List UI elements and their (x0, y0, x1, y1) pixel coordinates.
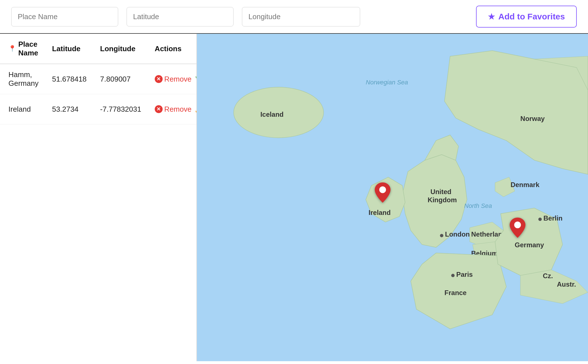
germany-label: Germany (515, 241, 544, 249)
remove-button-row-0[interactable]: ✕Remove (155, 75, 192, 84)
france-label: France (445, 289, 467, 296)
cell-place-name: Hamm, Germany (0, 64, 45, 94)
svg-point-5 (379, 187, 386, 193)
remove-label: Remove (164, 105, 192, 114)
norwegian-sea-label: Norwegian Sea (366, 79, 408, 86)
star-icon: ★ (488, 12, 495, 21)
map-section: Iceland Norway Denmark United Kingdom Ir… (197, 34, 588, 361)
uk-label2: Kingdom (428, 196, 457, 204)
cell-latitude: 51.678418 (45, 64, 93, 94)
map-container: Iceland Norway Denmark United Kingdom Ir… (197, 34, 588, 361)
cell-longitude: -7.77832031 (93, 94, 148, 124)
paris-label: Paris (456, 271, 473, 278)
add-to-favorites-button[interactable]: ★ Add to Favorites (476, 6, 577, 28)
col-header-place-name: 📍 Place Name (0, 34, 45, 64)
norway-label: Norway (520, 115, 545, 122)
places-table: 📍 Place Name Latitude Longitude Actions … (0, 34, 197, 124)
table-row: Ireland53.2734-7.77832031✕RemoveNot Visi… (0, 94, 197, 124)
add-to-favorites-label: Add to Favorites (498, 12, 565, 21)
table-header-row: 📍 Place Name Latitude Longitude Actions (0, 34, 197, 64)
col-header-latitude: Latitude (45, 34, 93, 64)
remove-x-icon: ✕ (155, 75, 163, 83)
berlin-label: Berlin (544, 214, 563, 222)
latitude-input[interactable] (127, 7, 234, 26)
main-content: 📍 Place Name Latitude Longitude Actions … (0, 34, 588, 361)
place-name-input[interactable] (11, 7, 118, 26)
ireland-map-label: Ireland (369, 209, 391, 216)
cell-latitude: 53.2734 (45, 94, 93, 124)
north-sea-label: North Sea (464, 202, 492, 209)
denmark-label: Denmark (511, 181, 540, 188)
col-header-actions: Actions (148, 34, 197, 64)
cell-longitude: 7.809007 (93, 64, 148, 94)
cell-actions: ✕RemoveVisited😊 (148, 64, 197, 94)
svg-point-6 (514, 221, 521, 228)
remove-label: Remove (164, 75, 192, 84)
svg-point-4 (451, 274, 455, 277)
london-label: London (445, 230, 470, 238)
cell-place-name: Ireland (0, 94, 45, 124)
longitude-input[interactable] (242, 7, 360, 26)
table-section: 📍 Place Name Latitude Longitude Actions … (0, 34, 197, 361)
cell-actions: ✕RemoveNot Visited😐 (148, 94, 197, 124)
map-svg: Iceland Norway Denmark United Kingdom Ir… (197, 34, 588, 361)
top-bar: ★ Add to Favorites (0, 0, 588, 34)
czech-label: Cz. (543, 272, 553, 280)
table-row: Hamm, Germany51.6784187.809007✕RemoveVis… (0, 64, 197, 94)
svg-point-3 (538, 217, 542, 221)
col-header-longitude: Longitude (93, 34, 148, 64)
remove-button-row-1[interactable]: ✕Remove (155, 105, 192, 114)
iceland-label: Iceland (260, 111, 284, 118)
uk-label: United (430, 188, 452, 196)
svg-point-2 (440, 234, 443, 237)
remove-x-icon: ✕ (155, 105, 163, 113)
location-pin-icon: 📍 (8, 45, 16, 52)
austria-label: Austr. (557, 280, 576, 288)
